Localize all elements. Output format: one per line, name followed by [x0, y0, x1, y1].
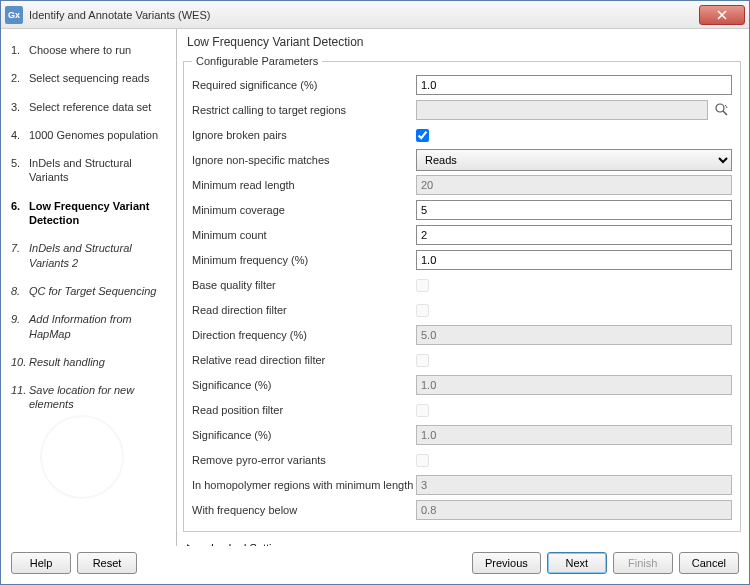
- checkbox-read-position-filter: [416, 404, 429, 417]
- input-min-coverage[interactable]: [416, 200, 732, 220]
- window-title: Identify and Annotate Variants (WES): [29, 9, 699, 21]
- input-min-read-length: [416, 175, 732, 195]
- step-1: 1.Choose where to run: [9, 39, 168, 67]
- label-significance-1: Significance (%): [192, 379, 416, 391]
- checkbox-remove-pyro: [416, 454, 429, 467]
- checkbox-relative-read-dir: [416, 354, 429, 367]
- label-min-read-length: Minimum read length: [192, 179, 416, 191]
- input-min-frequency[interactable]: [416, 250, 732, 270]
- input-min-count[interactable]: [416, 225, 732, 245]
- reset-button[interactable]: Reset: [77, 552, 137, 574]
- label-read-direction-filter: Read direction filter: [192, 304, 416, 316]
- locked-settings-toggle[interactable]: Locked Settings: [183, 532, 741, 546]
- checkbox-base-quality-filter: [416, 279, 429, 292]
- label-base-quality-filter: Base quality filter: [192, 279, 416, 291]
- label-homopolymer: In homopolymer regions with minimum leng…: [192, 479, 416, 491]
- cancel-button[interactable]: Cancel: [679, 552, 739, 574]
- select-ignore-nonspecific[interactable]: Reads: [416, 149, 732, 171]
- label-remove-pyro: Remove pyro-error variants: [192, 454, 416, 466]
- step-5: 5.InDels and Structural Variants: [9, 152, 168, 195]
- app-icon: Gx: [5, 6, 23, 24]
- step-11: 11.Save location for new elements: [9, 379, 168, 422]
- page-subtitle: Low Frequency Variant Detection: [183, 33, 741, 55]
- step-3: 3.Select reference data set: [9, 96, 168, 124]
- step-7: 7.InDels and Structural Variants 2: [9, 237, 168, 280]
- close-icon: [717, 10, 727, 20]
- close-button[interactable]: [699, 5, 745, 25]
- label-freq-below: With frequency below: [192, 504, 416, 516]
- label-required-significance: Required significance (%): [192, 79, 416, 91]
- input-significance-2: [416, 425, 732, 445]
- input-required-significance[interactable]: [416, 75, 732, 95]
- main-panel: Low Frequency Variant Detection Configur…: [177, 29, 749, 546]
- checkbox-read-direction-filter: [416, 304, 429, 317]
- step-2: 2.Select sequencing reads: [9, 67, 168, 95]
- label-min-frequency: Minimum frequency (%): [192, 254, 416, 266]
- step-8: 8.QC for Target Sequencing: [9, 280, 168, 308]
- label-significance-2: Significance (%): [192, 429, 416, 441]
- step-4: 4.1000 Genomes population: [9, 124, 168, 152]
- input-direction-frequency: [416, 325, 732, 345]
- label-min-coverage: Minimum coverage: [192, 204, 416, 216]
- fieldset-legend: Configurable Parameters: [192, 55, 322, 67]
- step-10: 10.Result handling: [9, 351, 168, 379]
- browse-target-button[interactable]: [712, 99, 732, 121]
- label-min-count: Minimum count: [192, 229, 416, 241]
- checkbox-ignore-broken[interactable]: [416, 129, 429, 142]
- titlebar: Gx Identify and Annotate Variants (WES): [1, 1, 749, 29]
- configurable-parameters-fieldset: Configurable Parameters Required signifi…: [183, 55, 741, 532]
- label-relative-read-dir: Relative read direction filter: [192, 354, 416, 366]
- label-ignore-nonspecific: Ignore non-specific matches: [192, 154, 416, 166]
- label-restrict-target: Restrict calling to target regions: [192, 104, 416, 116]
- input-restrict-target[interactable]: [416, 100, 708, 120]
- finish-button: Finish: [613, 552, 673, 574]
- input-significance-1: [416, 375, 732, 395]
- label-direction-frequency: Direction frequency (%): [192, 329, 416, 341]
- label-ignore-broken: Ignore broken pairs: [192, 129, 416, 141]
- help-button[interactable]: Help: [11, 552, 71, 574]
- step-sidebar: 1.Choose where to run 2.Select sequencin…: [1, 29, 177, 546]
- browse-icon: [714, 102, 730, 118]
- svg-point-0: [716, 104, 724, 112]
- previous-button[interactable]: Previous: [472, 552, 541, 574]
- input-homopolymer: [416, 475, 732, 495]
- step-9: 9.Add Information from HapMap: [9, 308, 168, 351]
- next-button[interactable]: Next: [547, 552, 607, 574]
- step-6-current: 6.Low Frequency Variant Detection: [9, 195, 168, 238]
- input-freq-below: [416, 500, 732, 520]
- footer: Help Reset Previous Next Finish Cancel: [1, 546, 749, 584]
- label-read-position-filter: Read position filter: [192, 404, 416, 416]
